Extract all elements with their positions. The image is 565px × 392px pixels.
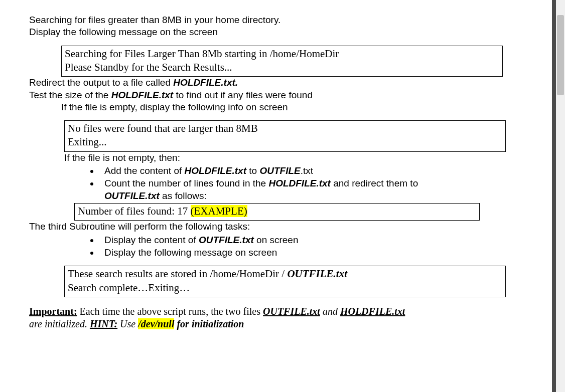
vertical-scrollbar[interactable] bbox=[556, 0, 565, 392]
sub-bullet1-post: on screen bbox=[254, 235, 299, 245]
box4-line2: Search complete…Exiting… bbox=[68, 281, 502, 295]
bullet1-mid: to bbox=[246, 165, 259, 176]
intro-line-1: Searching for files greater than 8MB in … bbox=[29, 14, 550, 26]
test-post: to find out if any files were found bbox=[173, 90, 313, 100]
holdfile-ref-5: HOLDFILE.txt bbox=[340, 306, 405, 317]
bullet2-mid: and redirect them to bbox=[331, 178, 418, 188]
box2-line1: No files were found that are larger than… bbox=[68, 122, 502, 135]
document-page: Searching for files greater than 8MB in … bbox=[0, 0, 550, 392]
holdfile-ref-3: HOLDFILE.txt bbox=[185, 165, 247, 176]
third-sub-list: Display the content of OUTFILE.txt on sc… bbox=[64, 234, 550, 259]
page-right-edge bbox=[552, 0, 556, 392]
list-item: Add the content of HOLDFILE.txt to OUTFI… bbox=[99, 165, 550, 177]
list-item: Display the content of OUTFILE.txt on sc… bbox=[99, 234, 550, 246]
important-line2-pre: are initialized. bbox=[29, 318, 90, 329]
test-line: Test the size of the HOLDFILE.txt to fin… bbox=[29, 89, 550, 101]
list-item: Display the following message on screen bbox=[99, 247, 550, 259]
scrollbar-thumb[interactable] bbox=[557, 15, 564, 95]
message-box-4: These search results are stored in /home… bbox=[64, 266, 506, 297]
box4-line1: These search results are stored in /home… bbox=[68, 267, 502, 281]
outfile-ref-3: OUTFILE.txt bbox=[199, 235, 254, 245]
bullet1-pre: Add the content of bbox=[104, 165, 185, 176]
outfile-ref-2: OUTFILE.txt bbox=[104, 190, 160, 201]
important-paragraph: Important: Each time the above script ru… bbox=[29, 305, 511, 331]
holdfile-ref: HOLDFILE.txt. bbox=[173, 77, 238, 88]
redirect-line: Redirect the output to a file called HOL… bbox=[29, 77, 550, 89]
outfile-ref-5: OUTFILE.txt bbox=[263, 306, 320, 317]
holdfile-ref-2: HOLDFILE.txt bbox=[111, 90, 174, 100]
box3-prefix: Number of files found: 17 bbox=[78, 205, 191, 217]
message-box-3: Number of files found: 17 (EXAMPLE) bbox=[74, 203, 480, 221]
if-not-empty-list: Add the content of HOLDFILE.txt to OUTFI… bbox=[64, 165, 550, 202]
intro-line-2: Display the following message on the scr… bbox=[29, 26, 550, 38]
important-tail: for initialization bbox=[174, 318, 244, 329]
box2-line2: Exiting... bbox=[68, 135, 502, 149]
box1-line2: Please Standby for the Search Results... bbox=[65, 61, 499, 74]
if-not-empty-line: If the file is not empty, then: bbox=[64, 152, 550, 164]
message-box-1: Searching for Files Larger Than 8Mb star… bbox=[61, 46, 503, 77]
box4-line1-pre: These search results are stored in /home… bbox=[68, 268, 287, 280]
example-highlight: (EXAMPLE) bbox=[191, 205, 247, 217]
important-label: Important: bbox=[29, 306, 77, 317]
message-box-2: No files were found that are larger than… bbox=[64, 120, 506, 152]
if-empty-line: If the file is empty, display the follow… bbox=[61, 101, 550, 113]
bullet2-post: as follows: bbox=[160, 190, 207, 201]
hint-label: HINT: bbox=[90, 318, 117, 329]
list-item: Count the number of lines found in the H… bbox=[99, 177, 550, 202]
important-text1: Each time the above script runs, the two… bbox=[77, 306, 263, 317]
bullet2-pre: Count the number of lines found in the bbox=[104, 178, 268, 188]
devnull-highlight: /dev/null bbox=[138, 318, 174, 329]
redirect-pre: Redirect the output to a file called bbox=[29, 77, 173, 88]
holdfile-ref-4: HOLDFILE.txt bbox=[268, 178, 331, 188]
box1-line1: Searching for Files Larger Than 8Mb star… bbox=[65, 47, 499, 61]
outfile-ref-4: OUTFILE.txt bbox=[287, 268, 347, 280]
outfile-ref: OUTFILE bbox=[259, 165, 300, 176]
important-and: and bbox=[320, 306, 340, 317]
intro-paragraph: Searching for files greater than 8MB in … bbox=[29, 14, 550, 39]
third-sub-line: The third Subroutine will perform the fo… bbox=[29, 221, 550, 233]
bullet1-post: .txt bbox=[301, 165, 313, 176]
sub-bullet1-pre: Display the content of bbox=[104, 235, 199, 245]
sub-bullet2: Display the following message on screen bbox=[104, 247, 277, 258]
important-use: Use bbox=[117, 318, 138, 329]
test-pre: Test the size of the bbox=[29, 90, 111, 100]
